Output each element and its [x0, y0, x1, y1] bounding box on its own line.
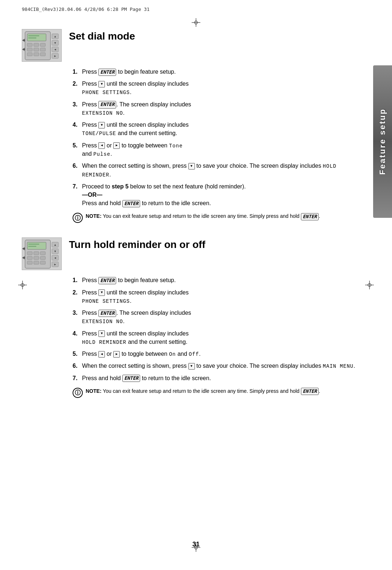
- section1-note: ⓘ NOTE: You can exit feature setup and r…: [73, 212, 356, 223]
- section2-step3: 3. Press ENTER. The screen display inclu…: [73, 309, 356, 325]
- enter-key-note1: ENTER: [301, 213, 319, 220]
- note2-content: NOTE: You can exit feature setup and ret…: [86, 387, 320, 395]
- section1-step4: 4. Press until the screen display includ…: [73, 121, 356, 137]
- right-arrow-btn-1: [113, 142, 120, 149]
- svg-text:▲: ▲: [54, 35, 57, 38]
- enter-key-1: ENTER: [98, 69, 116, 76]
- note-icon-1: ⓘ: [73, 213, 83, 223]
- section-hold-reminder: ▲ ▼ ◄ ► Turn hold reminder on or off: [22, 237, 356, 398]
- svg-rect-6: [34, 43, 39, 46]
- section2-title: Turn hold reminder on or off: [69, 237, 205, 251]
- screen-display-3: TONE/PULSE: [82, 131, 116, 137]
- svg-rect-8: [27, 48, 32, 51]
- s2-step5-content: Press or to toggle between On and Off.: [82, 350, 356, 358]
- screen-display-1: PHONE SETTINGS: [82, 90, 130, 95]
- s2-step2-number: 2.: [73, 288, 82, 305]
- reg-mark-right: [365, 281, 374, 289]
- s2-down-arrow-3: [188, 363, 195, 370]
- step7-content: Proceed to step 5 below to set the next …: [82, 182, 356, 208]
- section1-title: Set dial mode: [69, 29, 135, 42]
- tone-value: Tone: [169, 143, 183, 149]
- section1-step6: 6. When the correct setting is shown, pr…: [73, 162, 356, 179]
- step5-content: Press or to toggle between Toneand Pulse…: [82, 141, 356, 158]
- svg-rect-9: [34, 48, 39, 51]
- section2-step7: 7. Press and hold ENTER to return to the…: [73, 374, 356, 382]
- s2-enter-key-2: ENTER: [98, 310, 116, 317]
- svg-text:◄: ◄: [54, 48, 57, 51]
- screen-display-2: EXTENSION NO: [82, 110, 123, 116]
- s2-step3-content: Press ENTER. The screen display includes…: [82, 309, 356, 325]
- s2-down-arrow-2: [98, 330, 105, 337]
- section2-note: ⓘ NOTE: You can exit feature setup and r…: [73, 387, 356, 398]
- svg-rect-30: [27, 256, 32, 260]
- section2-phone-image: ▲ ▼ ◄ ►: [22, 237, 62, 270]
- step4-number: 4.: [73, 121, 82, 137]
- svg-rect-25: [28, 244, 39, 245]
- section-set-dial-mode: ▲ ▼ ◄ ► Set dial mode: [22, 29, 356, 223]
- svg-text:►: ►: [54, 54, 57, 58]
- step5-number: 5.: [73, 141, 82, 158]
- step4-content: Press until the screen display includes …: [82, 121, 356, 137]
- down-arrow-btn-1: [98, 81, 105, 87]
- step6-number: 6.: [73, 162, 82, 179]
- s2-step5-number: 5.: [73, 350, 82, 358]
- svg-rect-5: [27, 43, 32, 46]
- pulse-value: Pulse: [93, 151, 110, 157]
- s2-screen-3: HOLD REMINDER: [82, 339, 126, 345]
- step3-number: 3.: [73, 100, 82, 117]
- step7-number: 7.: [73, 182, 82, 208]
- svg-text:◄: ◄: [54, 256, 57, 260]
- s2-screen-4: MAIN MENU: [323, 363, 354, 369]
- section1-step2: 2. Press until the screen display includ…: [73, 80, 356, 96]
- main-content: ▲ ▼ ◄ ► Set dial mode: [22, 29, 356, 541]
- step3-content: Press ENTER. The screen display includes…: [82, 100, 356, 117]
- side-tab: Feature setup: [373, 65, 392, 218]
- svg-rect-28: [34, 252, 39, 255]
- section2-steps: 1. Press ENTER to begin feature setup. 2…: [73, 276, 356, 382]
- s2-enter-key-3: ENTER: [122, 375, 140, 382]
- note1-label: NOTE:: [86, 213, 102, 219]
- s2-screen-2: EXTENSION NO: [82, 319, 123, 325]
- left-arrow-btn-1: [98, 142, 105, 149]
- header-file-info: 984CIB_(Rev3)28.04.06 4/28/06 6:28 PM Pa…: [22, 7, 150, 12]
- s2-screen-1: PHONE SETTINGS: [82, 298, 130, 304]
- section2-header: ▲ ▼ ◄ ► Turn hold reminder on or off: [22, 237, 356, 270]
- step-bold-ref: step 5: [112, 183, 128, 190]
- note-icon-2: ⓘ: [73, 388, 83, 398]
- s2-step4-number: 4.: [73, 329, 82, 346]
- down-arrow-btn-2: [98, 122, 105, 129]
- s2-right-arrow-1: [113, 351, 120, 358]
- svg-text:▼: ▼: [54, 250, 57, 253]
- s2-step2-content: Press until the screen display includes …: [82, 288, 356, 305]
- section1-step1: 1. Press ENTER to begin feature setup.: [73, 68, 356, 76]
- svg-text:▲: ▲: [54, 243, 57, 247]
- side-tab-label: Feature setup: [378, 108, 387, 175]
- section1-phone-image: ▲ ▼ ◄ ►: [22, 29, 62, 62]
- step2-number: 2.: [73, 80, 82, 96]
- step1-number: 1.: [73, 68, 82, 76]
- s2-enter-key-1: ENTER: [98, 277, 116, 284]
- s2-down-arrow-1: [98, 289, 105, 296]
- or-divider-1: —OR—: [82, 192, 102, 198]
- svg-rect-34: [34, 261, 39, 264]
- section1-steps: 1. Press ENTER to begin feature setup. 2…: [73, 68, 356, 207]
- s2-step1-number: 1.: [73, 276, 82, 284]
- svg-rect-32: [40, 256, 45, 260]
- s2-step4-content: Press until the screen display includes …: [82, 329, 356, 346]
- svg-rect-33: [27, 261, 32, 264]
- s2-on-value: On: [169, 351, 176, 357]
- down-arrow-btn-3: [188, 163, 195, 170]
- section2-step6: 6. When the correct setting is shown, pr…: [73, 362, 356, 370]
- section1-step7: 7. Proceed to step 5 below to set the ne…: [73, 182, 356, 208]
- svg-rect-7: [40, 43, 45, 46]
- page-container: 984CIB_(Rev3)28.04.06 4/28/06 6:28 PM Pa…: [0, 0, 392, 570]
- svg-rect-26: [28, 246, 36, 247]
- section1-header: ▲ ▼ ◄ ► Set dial mode: [22, 29, 356, 62]
- s2-left-arrow-1: [98, 351, 105, 358]
- svg-rect-3: [28, 35, 39, 36]
- step2-content: Press until the screen display includes …: [82, 80, 356, 96]
- s2-step1-content: Press ENTER to begin feature setup.: [82, 276, 356, 284]
- s2-step7-content: Press and hold ENTER to return to the id…: [82, 374, 356, 382]
- s2-step6-number: 6.: [73, 362, 82, 370]
- reg-mark-top: [192, 18, 200, 27]
